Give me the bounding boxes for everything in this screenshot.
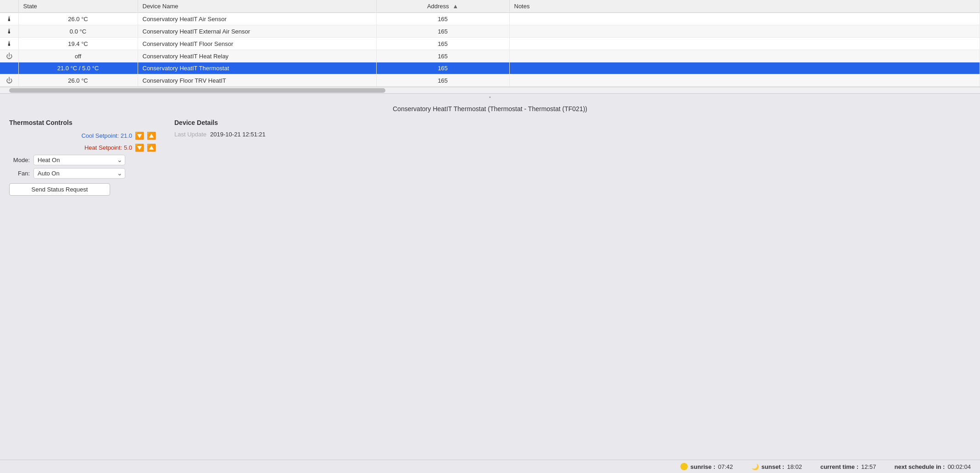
sort-icon: ▲ (452, 3, 458, 10)
device-name-column-header: Device Name (138, 0, 376, 13)
table-row[interactable]: ⏻26.0 °CConservatory Floor TRV HeatIT165 (0, 74, 980, 87)
row-icon (0, 62, 18, 74)
send-status-request-button[interactable]: Send Status Request (9, 183, 110, 196)
row-icon: ⏻ (0, 74, 18, 87)
row-device-name: Conservatory Floor TRV HeatIT (138, 74, 376, 87)
detail-content: Thermostat Controls Cool Setpoint: 21.0 … (9, 119, 971, 196)
row-device-name: Conservatory HeatIT Thermostat (138, 62, 376, 74)
sunset-item: 🌙 sunset : 18:02 (752, 463, 802, 470)
row-notes (509, 62, 980, 74)
cool-setpoint-row: Cool Setpoint: 21.0 🔽 🔼 (9, 131, 156, 140)
thermostat-controls: Thermostat Controls Cool Setpoint: 21.0 … (9, 119, 156, 196)
table-row[interactable]: 21.0 °C / 5.0 °CConservatory HeatIT Ther… (0, 62, 980, 74)
device-details: Device Details Last Update 2019-10-21 12… (174, 119, 971, 196)
row-state: 19.4 °C (18, 38, 138, 50)
sunrise-label: sunrise : (690, 463, 715, 470)
row-icon: ⏻ (0, 50, 18, 62)
row-notes (509, 25, 980, 38)
row-device-name: Conservatory HeatIT External Air Sensor (138, 25, 376, 38)
mode-row: Mode: Heat On Cool On Auto Off (9, 155, 156, 165)
heat-setpoint-label: Heat Setpoint: 5.0 (84, 144, 132, 151)
heat-setpoint-up-button[interactable]: 🔼 (147, 143, 156, 152)
scrollbar-thumb[interactable] (9, 88, 385, 93)
row-icon: 🌡 (0, 13, 18, 25)
divider: ● (0, 94, 980, 101)
mode-label: Mode: (9, 157, 30, 163)
current-time-item: current time : 12:57 (820, 463, 876, 470)
thermometer-icon: 🌡 (6, 15, 12, 23)
next-schedule-label: next schedule in : (895, 463, 945, 470)
row-icon: 🌡 (0, 38, 18, 50)
moon-icon: 🌙 (752, 463, 759, 470)
table-header-row: State Device Name Address ▲ Notes (0, 0, 980, 13)
fan-label: Fan: (9, 170, 30, 177)
detail-panel: Conservatory HeatIT Thermostat (Thermost… (0, 101, 980, 473)
notes-column-header: Notes (509, 0, 980, 13)
current-time-label: current time : (820, 463, 858, 470)
mode-dropdown[interactable]: Heat On Cool On Auto Off (33, 155, 125, 165)
row-device-name: Conservatory HeatIT Floor Sensor (138, 38, 376, 50)
heat-setpoint-row: Heat Setpoint: 5.0 🔽 🔼 (9, 143, 156, 152)
row-notes (509, 50, 980, 62)
row-icon: 🌡 (0, 25, 18, 38)
heat-setpoint-down-button[interactable]: 🔽 (135, 143, 144, 152)
cool-setpoint-down-button[interactable]: 🔽 (135, 131, 144, 140)
cool-setpoint-label: Cool Setpoint: 21.0 (81, 132, 132, 139)
row-state: 21.0 °C / 5.0 °C (18, 62, 138, 74)
row-address: 165 (376, 13, 509, 25)
fan-dropdown[interactable]: Auto On Auto Off On Off (33, 168, 125, 179)
table-row[interactable]: ⏻offConservatory HeatIT Heat Relay165 (0, 50, 980, 62)
fan-dropdown-wrapper: Auto On Auto Off On Off (33, 168, 125, 179)
next-schedule-value: 00:02:04 (947, 463, 971, 470)
last-update-row: Last Update 2019-10-21 12:51:21 (174, 131, 971, 138)
row-notes (509, 38, 980, 50)
table-scrollbar[interactable] (0, 87, 980, 93)
row-state: 26.0 °C (18, 74, 138, 87)
device-table: State Device Name Address ▲ Notes 🌡26.0 … (0, 0, 980, 87)
power-icon: ⏻ (6, 77, 12, 84)
current-time-value: 12:57 (861, 463, 876, 470)
thermostat-controls-label: Thermostat Controls (9, 119, 156, 126)
cool-setpoint-up-button[interactable]: 🔼 (147, 131, 156, 140)
last-update-value: 2019-10-21 12:51:21 (210, 131, 266, 138)
sunset-value: 18:02 (787, 463, 802, 470)
last-update-label: Last Update (174, 131, 206, 138)
row-address: 165 (376, 62, 509, 74)
thermometer-icon: 🌡 (6, 28, 12, 35)
device-table-section: State Device Name Address ▲ Notes 🌡26.0 … (0, 0, 980, 94)
sunrise-item: sunrise : 07:42 (680, 463, 733, 470)
row-notes (509, 13, 980, 25)
row-state: 26.0 °C (18, 13, 138, 25)
sun-icon (680, 463, 688, 470)
address-column-header[interactable]: Address ▲ (376, 0, 509, 13)
device-details-label: Device Details (174, 119, 971, 126)
row-state: 0.0 °C (18, 25, 138, 38)
state-column-header: State (18, 0, 138, 13)
sunset-label: sunset : (762, 463, 785, 470)
next-schedule-item: next schedule in : 00:02:04 (895, 463, 971, 470)
row-address: 165 (376, 25, 509, 38)
table-row[interactable]: 🌡26.0 °CConservatory HeatIT Air Sensor16… (0, 13, 980, 25)
row-device-name: Conservatory HeatIT Air Sensor (138, 13, 376, 25)
row-address: 165 (376, 50, 509, 62)
row-state: off (18, 50, 138, 62)
fan-row: Fan: Auto On Auto Off On Off (9, 168, 156, 179)
row-device-name: Conservatory HeatIT Heat Relay (138, 50, 376, 62)
icon-column-header (0, 0, 18, 13)
row-address: 165 (376, 74, 509, 87)
mode-dropdown-wrapper: Heat On Cool On Auto Off (33, 155, 125, 165)
row-address: 165 (376, 38, 509, 50)
power-icon: ⏻ (6, 52, 12, 60)
row-notes (509, 74, 980, 87)
detail-title: Conservatory HeatIT Thermostat (Thermost… (9, 105, 971, 113)
table-row[interactable]: 🌡19.4 °CConservatory HeatIT Floor Sensor… (0, 38, 980, 50)
sunrise-value: 07:42 (718, 463, 733, 470)
thermometer-icon: 🌡 (6, 40, 12, 47)
table-row[interactable]: 🌡0.0 °CConservatory HeatIT External Air … (0, 25, 980, 38)
status-bar: sunrise : 07:42 🌙 sunset : 18:02 current… (0, 460, 980, 473)
